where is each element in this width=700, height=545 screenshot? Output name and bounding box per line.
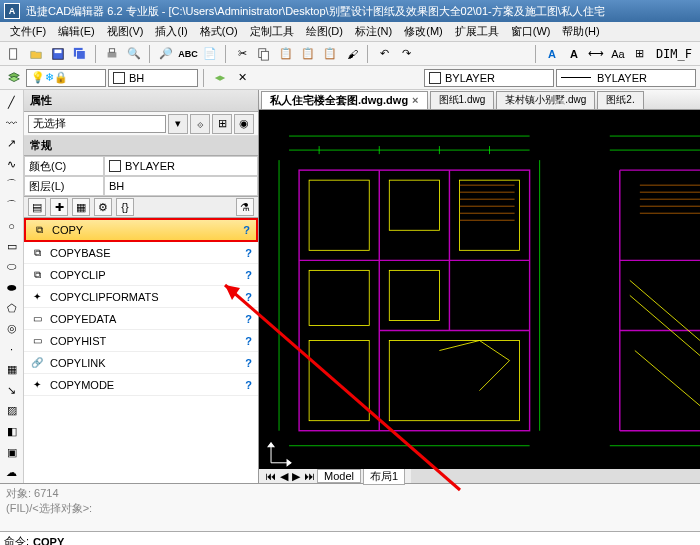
point-tool-icon[interactable]: · <box>1 340 23 359</box>
dim-icon[interactable]: ⟷ <box>586 44 606 64</box>
help-icon[interactable]: ? <box>245 335 252 347</box>
close-tab-icon[interactable]: × <box>412 94 418 106</box>
menu-window[interactable]: 窗口(W) <box>505 22 557 41</box>
layout-tab[interactable]: 布局1 <box>363 468 405 485</box>
selection-combo[interactable]: 无选择 <box>28 115 166 133</box>
menu-draw[interactable]: 绘图(D) <box>300 22 349 41</box>
horizontal-scrollbar[interactable] <box>411 469 700 483</box>
save-icon[interactable] <box>48 44 68 64</box>
hatch-tool-icon[interactable]: ▨ <box>1 402 23 421</box>
select-sim-icon[interactable]: ⊞ <box>212 114 232 134</box>
ac-tab-bracket-icon[interactable]: {} <box>116 198 134 216</box>
spell-icon[interactable]: ABC <box>178 44 198 64</box>
ac-tab-mark-icon[interactable]: ✚ <box>50 198 68 216</box>
format-painter-icon[interactable]: 🖌 <box>342 44 362 64</box>
text-style-icon[interactable]: Aa <box>608 44 628 64</box>
ac-tab-flask-icon[interactable]: ⚗ <box>236 198 254 216</box>
save-all-icon[interactable] <box>70 44 90 64</box>
menu-format[interactable]: 格式(O) <box>194 22 244 41</box>
menu-view[interactable]: 视图(V) <box>101 22 150 41</box>
doc-tab[interactable]: 某村镇小别墅.dwg <box>496 91 595 109</box>
doc-tab[interactable]: 图纸2. <box>597 91 643 109</box>
command-line[interactable]: 命令: COPY <box>0 531 700 545</box>
help-icon[interactable]: ? <box>243 224 250 236</box>
menu-help[interactable]: 帮助(H) <box>556 22 605 41</box>
line-tool-icon[interactable]: ╱ <box>1 93 23 112</box>
menu-file[interactable]: 文件(F) <box>4 22 52 41</box>
ac-item-copyhist[interactable]: ▭ COPYHIST ? <box>24 330 258 352</box>
revcloud-tool-icon[interactable]: ☁ <box>1 463 23 482</box>
ac-tab-recent-icon[interactable]: ▤ <box>28 198 46 216</box>
help-icon[interactable]: ? <box>245 291 252 303</box>
tab-nav-last-icon[interactable]: ⏭ <box>302 470 317 482</box>
cut-icon[interactable]: ✂ <box>232 44 252 64</box>
cad-canvas[interactable] <box>259 110 700 469</box>
copy-base-icon[interactable]: 📋 <box>276 44 296 64</box>
boundary-tool-icon[interactable]: ▣ <box>1 443 23 462</box>
ac-item-copy[interactable]: ⧉ COPY ? <box>24 218 258 242</box>
print-icon[interactable] <box>102 44 122 64</box>
new-icon[interactable] <box>4 44 24 64</box>
spline-tool-icon[interactable]: ∿ <box>1 155 23 174</box>
layer-combo[interactable]: BH <box>108 69 198 87</box>
doc-icon[interactable]: 📄 <box>200 44 220 64</box>
ac-item-copyedata[interactable]: ▭ COPYEDATA ? <box>24 308 258 330</box>
prop-val-color[interactable]: BYLAYER <box>104 156 258 176</box>
tab-nav-first-icon[interactable]: ⏮ <box>263 470 278 482</box>
layer-prev-icon[interactable] <box>210 68 230 88</box>
menu-edit[interactable]: 编辑(E) <box>52 22 101 41</box>
curve-tool-icon[interactable]: ⌒ <box>1 175 23 194</box>
paste-as-icon[interactable]: 📋 <box>320 44 340 64</box>
menu-modify[interactable]: 修改(M) <box>398 22 449 41</box>
rect-tool-icon[interactable]: ▭ <box>1 237 23 256</box>
quick-select-icon[interactable]: ⟐ <box>190 114 210 134</box>
redo-icon[interactable]: ↷ <box>396 44 416 64</box>
ac-tab-gear-icon[interactable]: ⚙ <box>94 198 112 216</box>
leader-tool-icon[interactable]: ↘ <box>1 381 23 400</box>
ac-item-copyclipformats[interactable]: ✦ COPYCLIPFORMATS ? <box>24 286 258 308</box>
ac-item-copybase[interactable]: ⧉ COPYBASE ? <box>24 242 258 264</box>
ac-item-copylink[interactable]: 🔗 COPYLINK ? <box>24 352 258 374</box>
ring-tool-icon[interactable]: ◎ <box>1 319 23 338</box>
ac-tab-group-icon[interactable]: ▦ <box>72 198 90 216</box>
open-icon[interactable] <box>26 44 46 64</box>
menu-exttools[interactable]: 扩展工具 <box>449 22 505 41</box>
ellipse-tool-icon[interactable]: ⬭ <box>1 258 23 277</box>
menu-dim[interactable]: 标注(N) <box>349 22 398 41</box>
gradient-tool-icon[interactable]: ◧ <box>1 422 23 441</box>
ac-item-copyclip[interactable]: ⧉ COPYCLIP ? <box>24 264 258 286</box>
layer-clear-icon[interactable]: ✕ <box>232 68 252 88</box>
color-combo[interactable]: BYLAYER <box>424 69 554 87</box>
polygon-tool-icon[interactable]: ⬠ <box>1 299 23 318</box>
table-icon[interactable]: ⊞ <box>630 44 650 64</box>
find-icon[interactable]: 🔎 <box>156 44 176 64</box>
layer-state-combo[interactable]: 💡❄🔒 <box>26 69 106 87</box>
circle-tool-icon[interactable]: ○ <box>1 216 23 235</box>
help-icon[interactable]: ? <box>245 313 252 325</box>
doc-tab[interactable]: 图纸1.dwg <box>430 91 495 109</box>
help-icon[interactable]: ? <box>245 269 252 281</box>
copy-icon[interactable] <box>254 44 274 64</box>
pickpoint-icon[interactable]: ◉ <box>234 114 254 134</box>
model-tab[interactable]: Model <box>317 469 361 483</box>
tab-nav-next-icon[interactable]: ▶ <box>290 470 302 483</box>
block-tool-icon[interactable]: ▦ <box>1 361 23 380</box>
text-a2-icon[interactable]: A <box>564 44 584 64</box>
ellipse-arc-tool-icon[interactable]: ⬬ <box>1 278 23 297</box>
tab-nav-prev-icon[interactable]: ◀ <box>278 470 290 483</box>
menu-insert[interactable]: 插入(I) <box>149 22 193 41</box>
help-icon[interactable]: ? <box>245 379 252 391</box>
doc-tab-active[interactable]: 私人住宅楼全套图.dwg.dwg × <box>261 91 428 109</box>
print-preview-icon[interactable]: 🔍 <box>124 44 144 64</box>
help-icon[interactable]: ? <box>245 357 252 369</box>
menu-customtools[interactable]: 定制工具 <box>244 22 300 41</box>
help-icon[interactable]: ? <box>245 247 252 259</box>
linetype-combo[interactable]: BYLAYER <box>556 69 696 87</box>
text-a-icon[interactable]: A <box>542 44 562 64</box>
arrow-tool-icon[interactable]: ↗ <box>1 134 23 153</box>
selection-dropdown-icon[interactable]: ▾ <box>168 114 188 134</box>
polyline-tool-icon[interactable]: 〰 <box>1 114 23 133</box>
arc-tool-icon[interactable]: ⌒ <box>1 196 23 215</box>
undo-icon[interactable]: ↶ <box>374 44 394 64</box>
layer-manager-icon[interactable] <box>4 68 24 88</box>
